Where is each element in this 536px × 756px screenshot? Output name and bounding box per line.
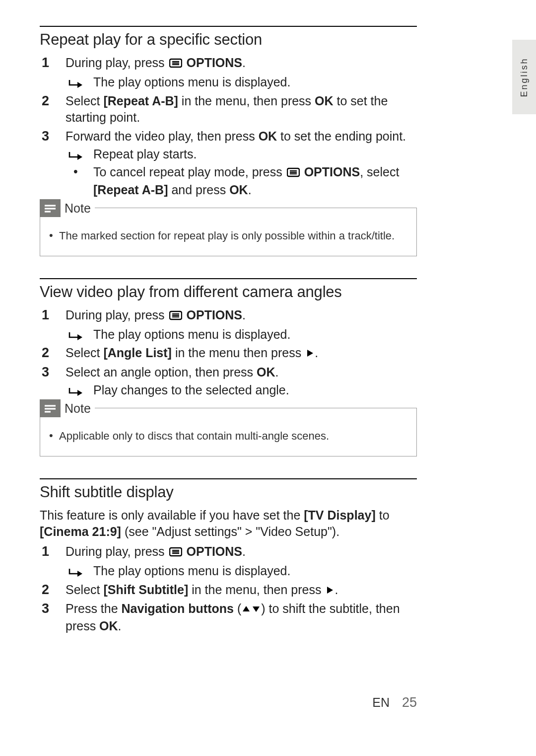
step-item: Select [Angle List] in the menu then pre… [40,345,417,362]
note-icon [40,199,61,217]
note-tab: Note [40,199,95,217]
language-tab: English [512,40,536,114]
options-icon [287,165,300,182]
result-arrow-icon [67,565,83,582]
step-item: Forward the video play, then press OK to… [40,128,417,199]
note-label: Note [65,199,91,217]
step-item: During play, press OPTIONS. The play opt… [40,55,417,91]
step-item: Press the Navigation buttons () to shift… [40,601,417,635]
step-item: During play, press OPTIONS. The play opt… [40,307,417,343]
steps-list: During play, press OPTIONS. The play opt… [40,55,417,199]
options-icon [169,308,182,325]
result-arrow-icon [67,329,83,346]
page-footer: EN 25 [40,695,417,710]
language-tab-label: English [519,57,530,97]
step-item: Select an angle option, then press OK. P… [40,364,417,399]
steps-list: During play, press OPTIONS. The play opt… [40,307,417,399]
section-divider [40,478,417,479]
section-intro: This feature is only available if you ha… [40,507,417,541]
result-arrow-icon [67,76,83,93]
section-angle: View video play from different camera an… [40,278,417,456]
section-title: Shift subtitle display [40,483,417,501]
note-tab: Note [40,399,95,417]
note-box: Note Applicable only to discs that conta… [40,408,417,456]
note-item: The marked section for repeat play is on… [48,228,408,244]
step-item: Select [Repeat A-B] in the menu, then pr… [40,93,417,127]
options-icon [169,545,182,562]
section-shift-subtitle: Shift subtitle display This feature is o… [40,478,417,635]
note-item: Applicable only to discs that contain mu… [48,428,408,444]
section-divider [40,278,417,279]
step-item: Select [Shift Subtitle] in the menu, the… [40,582,417,599]
step-result: Play changes to the selected angle. [66,382,417,399]
step-item: During play, press OPTIONS. The play opt… [40,543,417,580]
result-arrow-icon [67,149,83,165]
step-result: The play options menu is displayed. [66,326,417,343]
section-repeat: Repeat play for a specific section Durin… [40,26,417,256]
footer-lang: EN [372,695,390,709]
step-result: Repeat play starts. [66,146,417,163]
options-icon [169,56,182,73]
note-box: Note The marked section for repeat play … [40,208,417,256]
down-arrow-icon [252,601,261,618]
right-arrow-icon [305,345,314,362]
note-icon [40,399,61,417]
section-divider [40,26,417,27]
footer-page-number: 25 [402,695,417,710]
note-label: Note [65,399,91,417]
section-title: Repeat play for a specific section [40,31,417,49]
up-arrow-icon [242,601,251,618]
page-content: Repeat play for a specific section Durin… [40,26,417,657]
right-arrow-icon [325,582,334,599]
steps-list: During play, press OPTIONS. The play opt… [40,543,417,635]
step-result: The play options menu is displayed. [66,74,417,91]
step-bullet: To cancel repeat play mode, press OPTION… [66,164,417,199]
section-title: View video play from different camera an… [40,283,417,301]
step-result: The play options menu is displayed. [66,563,417,580]
